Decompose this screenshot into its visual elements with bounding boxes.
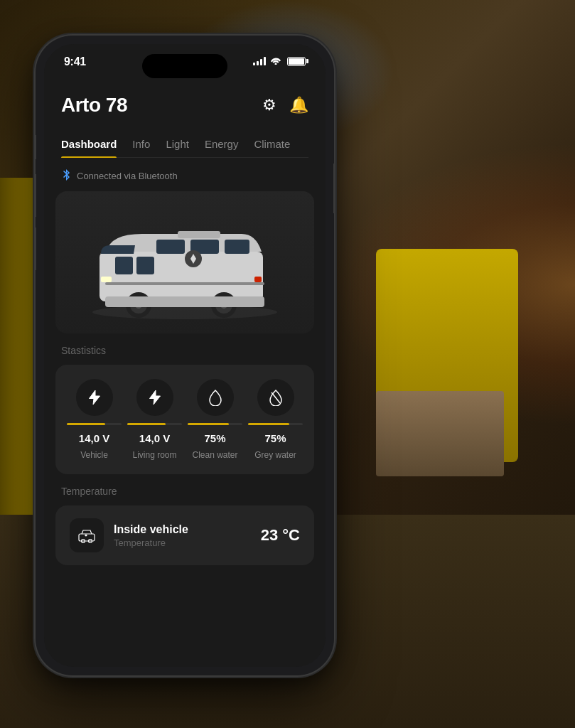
temperature-card[interactable]: ° Inside vehicle Temperature 23 °C <box>55 505 314 565</box>
phone-screen: 9:41 <box>44 44 326 667</box>
dynamic-island <box>142 54 227 78</box>
notification-icon[interactable]: 🔔 <box>289 96 308 114</box>
svg-rect-10 <box>254 277 262 282</box>
vehicle-image-area <box>55 191 314 333</box>
table-right <box>376 391 504 476</box>
svg-rect-18 <box>105 282 264 285</box>
header-row: Arto 78 ⚙ 🔔 <box>61 94 308 117</box>
stat-cleanwater-label: Clean water <box>192 450 237 460</box>
temp-icon: ° <box>70 518 104 552</box>
svg-rect-5 <box>225 240 249 254</box>
svg-rect-7 <box>136 257 154 274</box>
silent-button <box>36 135 36 159</box>
status-icons <box>253 55 306 67</box>
header-actions: ⚙ 🔔 <box>262 96 308 114</box>
phone: 9:41 <box>36 36 334 675</box>
svg-rect-6 <box>115 257 133 274</box>
status-time: 9:41 <box>64 55 86 68</box>
svg-rect-9 <box>101 277 112 282</box>
bluetooth-status: Connected via Bluetooth <box>44 169 326 183</box>
signal-icon <box>253 57 266 65</box>
stat-greywater-bar <box>248 423 303 425</box>
statistics-label: Stastistics <box>44 345 326 356</box>
settings-icon[interactable]: ⚙ <box>262 96 276 114</box>
stat-cleanwater-value: 75% <box>204 432 225 444</box>
stat-greywater: 75% Grey water <box>248 379 303 460</box>
temp-info: Inside vehicle Temperature <box>114 523 188 548</box>
stat-livingroom: 14,0 V Living room <box>127 379 182 460</box>
battery-fill <box>289 58 304 65</box>
battery-icon <box>287 57 306 66</box>
stat-vehicle-bar <box>67 423 122 425</box>
bluetooth-icon <box>61 169 71 183</box>
volume-down-button <box>36 228 36 270</box>
svg-rect-3 <box>156 240 185 254</box>
stat-cleanwater-bar <box>188 423 242 425</box>
bluetooth-text: Connected via Bluetooth <box>77 171 178 181</box>
stat-greywater-label: Grey water <box>254 450 296 460</box>
tab-dashboard[interactable]: Dashboard <box>61 131 117 157</box>
tab-light[interactable]: Light <box>166 131 189 157</box>
volume-up-button <box>36 174 36 217</box>
stat-vehicle-icon <box>76 379 113 416</box>
tab-energy[interactable]: Energy <box>205 131 239 157</box>
temp-left: ° Inside vehicle Temperature <box>70 518 188 552</box>
tab-info[interactable]: Info <box>132 131 150 157</box>
svg-rect-17 <box>105 296 264 307</box>
stat-vehicle: 14,0 V Vehicle <box>67 379 122 460</box>
svg-text:°: ° <box>85 534 87 538</box>
temp-value: 23 °C <box>261 526 300 545</box>
svg-rect-2 <box>178 231 220 238</box>
stat-vehicle-value: 14,0 V <box>79 432 109 444</box>
temp-info-sub: Temperature <box>114 537 188 548</box>
stat-cleanwater: 75% Clean water <box>188 379 242 460</box>
temperature-label: Temperature <box>55 486 314 497</box>
stat-livingroom-value: 14,0 V <box>139 432 170 444</box>
nav-tabs: Dashboard Info Light Energy Climate <box>61 131 308 158</box>
rv-illustration <box>85 205 284 319</box>
tab-climate[interactable]: Climate <box>254 131 290 157</box>
stat-livingroom-icon <box>136 379 173 416</box>
vehicle-title: Arto 78 <box>61 94 127 117</box>
temperature-section: Temperature <box>44 486 326 579</box>
power-button <box>333 164 334 213</box>
temp-info-title: Inside vehicle <box>114 523 188 536</box>
stat-greywater-icon <box>257 379 294 416</box>
wifi-icon <box>270 55 281 67</box>
stat-livingroom-bar <box>127 423 182 425</box>
app-content[interactable]: 9:41 <box>44 44 326 667</box>
phone-shell: 9:41 <box>36 36 334 675</box>
stat-cleanwater-icon <box>197 379 234 416</box>
stat-vehicle-label: Vehicle <box>80 450 108 460</box>
stat-greywater-value: 75% <box>264 432 286 444</box>
stat-livingroom-label: Living room <box>132 450 176 460</box>
stats-grid: 14,0 V Vehicle 14,0 V <box>55 365 314 474</box>
